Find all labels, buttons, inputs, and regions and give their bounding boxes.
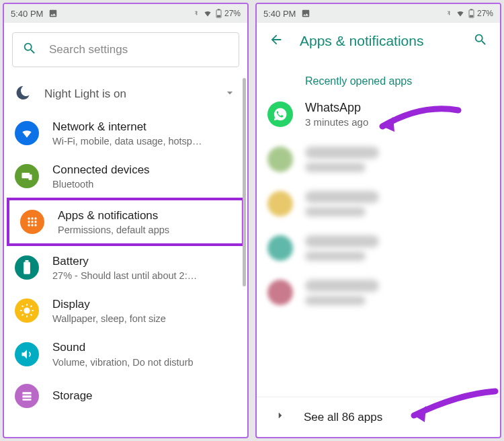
svg-line-23: [22, 315, 24, 316]
status-bar: 5:40 PM 27%: [4, 4, 247, 23]
status-time: 5:40 PM: [11, 9, 43, 19]
svg-point-6: [31, 218, 33, 220]
svg-point-13: [34, 225, 36, 227]
sound-icon: [15, 342, 39, 366]
wifi-icon: [455, 9, 466, 17]
wifi-circle-icon: [15, 121, 39, 145]
see-all-label: See all 86 apps: [304, 411, 382, 424]
svg-rect-29: [470, 9, 473, 10]
app-sub: 3 minutes ago: [305, 116, 368, 128]
item-sub: Wi-Fi, mobile, data usage, hotsp…: [52, 136, 237, 147]
item-sub: Bluetooth: [52, 179, 237, 190]
item-title: Network & internet: [52, 120, 237, 134]
picture-icon: [301, 9, 310, 18]
item-sub: Permissions, default apps: [58, 225, 231, 235]
see-all-apps[interactable]: See all 86 apps: [257, 397, 500, 437]
settings-item-battery[interactable]: Battery 27% - Should last until about 2:…: [4, 246, 247, 289]
svg-point-11: [28, 225, 30, 227]
moon-icon: [15, 85, 31, 104]
app-icon-blurred: [267, 191, 293, 216]
search-icon: [22, 41, 37, 58]
svg-rect-4: [29, 175, 32, 180]
svg-line-21: [22, 306, 24, 307]
settings-screen: 5:40 PM 27% Search settings Night Light …: [3, 3, 249, 438]
svg-rect-26: [22, 395, 31, 397]
svg-rect-3: [22, 173, 30, 178]
status-bar: 5:40 PM 27%: [257, 4, 500, 23]
settings-item-storage[interactable]: Storage: [4, 376, 247, 408]
app-name: WhatsApp: [305, 101, 368, 115]
item-sub: 27% - Should last until about 2:…: [52, 270, 237, 281]
search-button[interactable]: [466, 26, 495, 56]
app-icon-blurred: [267, 280, 293, 305]
svg-point-9: [31, 221, 33, 223]
app-icon-blurred: [267, 235, 293, 261]
chevron-right-icon: [274, 409, 286, 425]
app-row-blurred[interactable]: [257, 182, 500, 226]
battery-icon: [468, 9, 474, 18]
item-title: Storage: [52, 389, 237, 403]
item-title: Display: [52, 297, 237, 312]
svg-point-12: [31, 225, 33, 227]
battery-icon: [216, 9, 222, 18]
svg-line-24: [31, 306, 32, 307]
app-bar: Apps & notifications: [257, 23, 500, 59]
picture-icon: [48, 9, 58, 18]
item-sub: Wallpaper, sleep, font size: [52, 313, 237, 324]
status-time: 5:40 PM: [263, 9, 296, 19]
scrollbar[interactable]: [243, 78, 246, 286]
item-title: Apps & notifications: [58, 208, 231, 223]
search-placeholder: Search settings: [49, 43, 128, 56]
storage-icon: [15, 384, 39, 408]
svg-rect-15: [26, 260, 29, 262]
whatsapp-icon: [267, 102, 293, 127]
item-title: Connected devices: [52, 163, 237, 177]
section-recently-opened: Recently opened apps: [257, 59, 500, 91]
settings-item-sound[interactable]: Sound Volume, vibration, Do not disturb: [4, 332, 247, 375]
app-row-blurred[interactable]: [257, 226, 500, 270]
svg-rect-27: [22, 399, 31, 401]
app-row-blurred[interactable]: [257, 137, 500, 182]
app-row-whatsapp[interactable]: WhatsApp 3 minutes ago: [257, 91, 500, 137]
settings-item-apps[interactable]: Apps & notifications Permissions, defaul…: [9, 200, 242, 243]
svg-point-7: [34, 218, 36, 220]
night-light-row[interactable]: Night Light is on: [4, 75, 247, 112]
back-button[interactable]: [262, 26, 290, 56]
battery-circle-icon: [15, 255, 39, 280]
svg-point-5: [28, 218, 30, 220]
svg-line-22: [31, 315, 32, 316]
svg-rect-2: [217, 15, 220, 17]
item-title: Sound: [52, 340, 237, 355]
search-input[interactable]: Search settings: [12, 32, 239, 67]
svg-rect-30: [470, 15, 473, 17]
night-light-label: Night Light is on: [44, 87, 210, 101]
svg-rect-14: [24, 262, 30, 274]
app-row-blurred[interactable]: [257, 270, 500, 315]
apps-grid-icon: [20, 210, 44, 234]
settings-item-network[interactable]: Network & internet Wi-Fi, mobile, data u…: [4, 112, 247, 155]
item-sub: Volume, vibration, Do not disturb: [52, 357, 237, 368]
page-title: Apps & notifications: [300, 33, 457, 49]
settings-item-display[interactable]: Display Wallpaper, sleep, font size: [4, 289, 247, 332]
bluetooth-icon: [193, 9, 200, 17]
settings-item-connected[interactable]: Connected devices Bluetooth: [4, 155, 247, 198]
highlight-apps-notifications: Apps & notifications Permissions, defaul…: [7, 198, 245, 246]
svg-rect-25: [22, 392, 31, 394]
brightness-icon: [15, 298, 39, 323]
status-battery: 27%: [224, 9, 241, 18]
wifi-icon: [202, 9, 213, 17]
devices-icon: [15, 164, 39, 188]
svg-point-16: [24, 308, 30, 314]
svg-point-10: [34, 221, 36, 223]
svg-rect-1: [218, 9, 220, 10]
bluetooth-icon: [446, 9, 452, 17]
app-icon-blurred: [267, 147, 293, 172]
apps-notifications-screen: 5:40 PM 27% Apps & notifications Recentl…: [255, 3, 501, 438]
item-title: Battery: [52, 254, 237, 269]
chevron-down-icon: [223, 86, 237, 102]
svg-point-8: [28, 221, 30, 223]
status-battery: 27%: [477, 9, 493, 18]
